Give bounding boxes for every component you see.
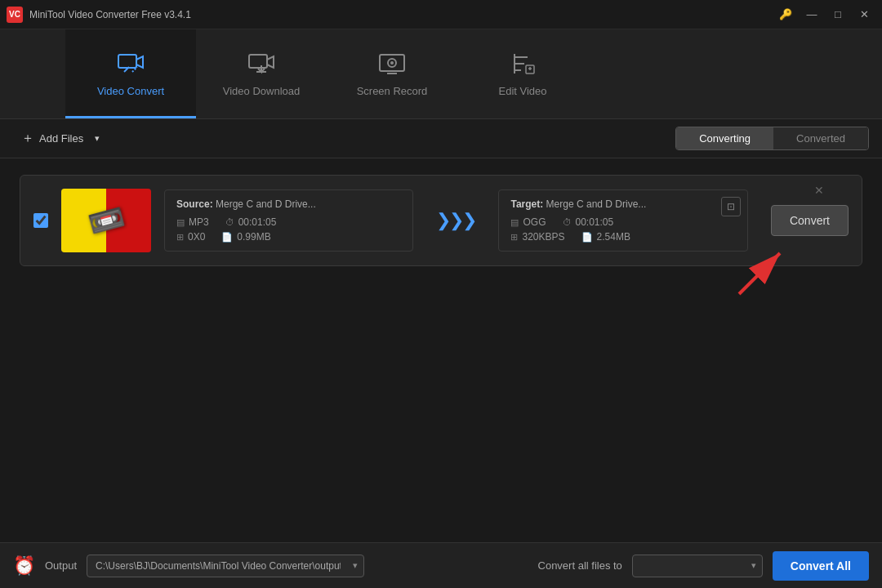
close-button[interactable]: ✕ (853, 7, 875, 23)
target-edit-button[interactable]: ⊡ (721, 197, 741, 216)
output-path-select[interactable]: C:\Users\BJ\Documents\MiniTool Video Con… (87, 555, 364, 577)
app-icon: VC (7, 7, 23, 23)
convert-arrow: ❯❯❯ (430, 210, 482, 231)
target-format: ▤ OGG (510, 216, 546, 228)
screen-record-icon (377, 49, 407, 78)
target-duration: ⏱ 00:01:05 (563, 216, 614, 228)
convert-all-label: Convert all files to (538, 559, 622, 572)
convert-all-button[interactable]: Convert All (773, 551, 869, 581)
target-bitrate: ⊞ 320KBPS (510, 231, 564, 243)
source-resolution-value: 0X0 (188, 231, 205, 243)
file-card: 📼 Source: Merge C and D Drive... ▤ MP3 (20, 175, 862, 266)
target-clock-icon: ⏱ (563, 217, 572, 227)
clock-icon: ⏱ (225, 217, 234, 227)
target-size: 📄 2.54MB (581, 231, 630, 243)
target-bitrate-icon: ⊞ (510, 232, 518, 243)
format-icon: ▤ (176, 217, 185, 228)
source-duration-value: 00:01:05 (238, 216, 277, 228)
output-label: Output (45, 559, 77, 572)
source-label: Source: Merge C and D Drive... (176, 198, 401, 210)
nav-bar: Video Convert Video Download Screen Reco… (0, 29, 882, 119)
title-bar-left: VC MiniTool Video Converter Free v3.4.1 (7, 7, 191, 23)
add-files-dropdown-button[interactable]: ▾ (91, 128, 103, 149)
target-size-icon: 📄 (581, 232, 593, 243)
tab-edit-video[interactable]: Edit Video (457, 29, 588, 118)
file-thumbnail: 📼 (61, 189, 151, 252)
tab-screen-record[interactable]: Screen Record (327, 29, 457, 118)
target-duration-value: 00:01:05 (576, 216, 614, 228)
source-format-value: MP3 (189, 216, 209, 228)
tab-video-download-label: Video Download (223, 85, 300, 97)
target-block: Target: Merge C and D Drive... ▤ OGG ⏱ 0… (498, 189, 747, 252)
file-checkbox[interactable] (33, 213, 48, 228)
cassette-image: 📼 (61, 189, 151, 252)
source-format: ▤ MP3 (176, 216, 209, 228)
key-button[interactable]: 🔑 (774, 7, 797, 23)
target-bitrate-value: 320KBPS (522, 231, 564, 243)
main-content: 📼 Source: Merge C and D Drive... ▤ MP3 (0, 158, 882, 542)
card-close-button[interactable]: ✕ (809, 182, 829, 198)
target-label: Target: Merge C and D Drive... (510, 198, 735, 210)
tab-edit-video-label: Edit Video (498, 85, 546, 97)
target-format-value: OGG (523, 216, 546, 228)
toolbar: ＋ Add Files ▾ Converting Converted (0, 119, 882, 158)
convert-all-format-wrapper (632, 555, 763, 577)
sub-tab-converting[interactable]: Converting (676, 127, 773, 149)
output-clock-icon: ⏰ (13, 555, 35, 577)
add-files-label: Add Files (39, 132, 83, 145)
bottom-bar: ⏰ Output C:\Users\BJ\Documents\MiniTool … (0, 542, 882, 588)
tab-video-convert[interactable]: Video Convert (65, 29, 196, 118)
source-resolution: ⊞ 0X0 (176, 231, 205, 243)
source-block: Source: Merge C and D Drive... ▤ MP3 ⏱ 0… (164, 189, 413, 252)
file-info: Source: Merge C and D Drive... ▤ MP3 ⏱ 0… (164, 189, 748, 252)
tab-video-download[interactable]: Video Download (196, 29, 327, 118)
source-size: 📄 0.99MB (221, 231, 270, 243)
source-meta-row-1: ▤ MP3 ⏱ 00:01:05 (176, 216, 401, 228)
video-convert-icon (116, 49, 145, 78)
converting-converted-tabs: Converting Converted (675, 127, 869, 150)
convert-button[interactable]: Convert (771, 205, 849, 236)
source-size-value: 0.99MB (237, 231, 270, 243)
title-bar-controls: 🔑 — □ ✕ (774, 7, 875, 23)
target-format-icon: ▤ (510, 217, 519, 228)
target-meta-row-1: ▤ OGG ⏱ 00:01:05 (510, 216, 735, 228)
target-name: Merge C and D Drive... (546, 198, 647, 210)
video-download-icon (247, 49, 276, 78)
sub-tab-converted[interactable]: Converted (773, 127, 868, 149)
target-meta-row-2: ⊞ 320KBPS 📄 2.54MB (510, 231, 735, 243)
tab-screen-record-label: Screen Record (357, 85, 428, 97)
svg-rect-1 (249, 55, 267, 68)
title-bar: VC MiniTool Video Converter Free v3.4.1 … (0, 0, 882, 29)
add-files-button[interactable]: ＋ Add Files (13, 125, 91, 152)
size-icon: 📄 (221, 232, 233, 243)
svg-rect-0 (118, 55, 136, 68)
title-text: MiniTool Video Converter Free v3.4.1 (29, 9, 191, 20)
svg-point-5 (390, 61, 394, 65)
resolution-icon: ⊞ (176, 232, 184, 243)
source-duration: ⏱ 00:01:05 (225, 216, 277, 228)
add-icon: ＋ (21, 130, 34, 147)
source-meta-row-2: ⊞ 0X0 📄 0.99MB (176, 231, 401, 243)
cassette-icon: 📼 (84, 199, 128, 242)
target-size-value: 2.54MB (597, 231, 630, 243)
edit-video-icon (508, 49, 537, 78)
tab-video-convert-label: Video Convert (97, 85, 164, 97)
maximize-button[interactable]: □ (826, 7, 849, 23)
convert-all-format-select[interactable] (632, 555, 763, 577)
output-path-wrapper: C:\Users\BJ\Documents\MiniTool Video Con… (87, 555, 364, 577)
minimize-button[interactable]: — (800, 7, 823, 23)
source-name: Merge C and D Drive... (216, 198, 316, 210)
